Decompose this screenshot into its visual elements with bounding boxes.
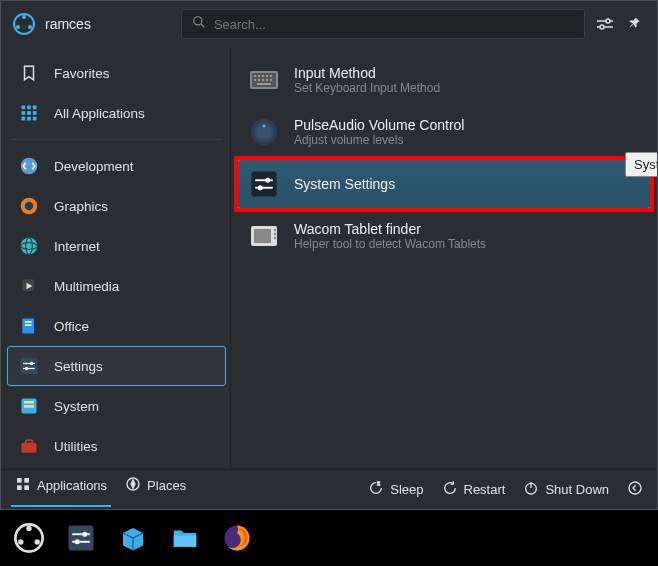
svg-rect-76 — [17, 485, 22, 490]
app-item-wacom[interactable]: Wacom Tablet finder Helper tool to detec… — [237, 211, 651, 261]
svg-rect-37 — [24, 405, 34, 408]
sidebar-item-favorites[interactable]: Favorites — [7, 53, 226, 93]
taskbar-files-icon[interactable] — [166, 519, 204, 557]
svg-point-68 — [258, 185, 263, 190]
application-menu: ramces Favorites All Applications Develo… — [0, 0, 658, 510]
multimedia-icon — [18, 275, 40, 297]
action-label: Sleep — [390, 482, 423, 497]
app-texts: Wacom Tablet finder Helper tool to detec… — [294, 221, 486, 251]
svg-point-72 — [274, 233, 276, 235]
tab-label: Places — [147, 478, 186, 493]
svg-point-66 — [265, 178, 270, 183]
shutdown-button[interactable]: Shut Down — [519, 476, 613, 503]
app-texts: Input Method Set Keyboard Input Method — [294, 65, 440, 95]
tooltip: System Settings — [625, 152, 657, 177]
search-icon — [192, 15, 206, 33]
svg-point-2 — [16, 25, 20, 29]
svg-rect-36 — [24, 401, 34, 404]
tab-applications[interactable]: Applications — [11, 472, 111, 507]
svg-point-9 — [600, 25, 604, 29]
settings-sliders-icon — [18, 355, 40, 377]
app-texts: System Settings — [294, 176, 395, 192]
sidebar-item-label: Graphics — [54, 199, 108, 214]
globe-icon — [18, 235, 40, 257]
pin-icon[interactable] — [625, 14, 645, 34]
svg-point-71 — [274, 229, 276, 231]
svg-point-63 — [263, 125, 266, 128]
sleep-button[interactable]: z Sleep — [364, 476, 427, 503]
svg-rect-88 — [69, 526, 94, 551]
sidebar-item-label: Multimedia — [54, 279, 119, 294]
app-subtitle: Helper tool to detect Wacom Tablets — [294, 237, 486, 251]
sidebar-item-graphics[interactable]: Graphics — [7, 186, 226, 226]
sidebar-item-internet[interactable]: Internet — [7, 226, 226, 266]
search-field[interactable] — [214, 17, 574, 32]
app-item-system-settings[interactable]: System Settings — [237, 159, 651, 209]
svg-point-87 — [34, 539, 39, 544]
volume-dial-icon — [248, 116, 280, 148]
sidebar-item-utilities[interactable]: Utilities — [7, 426, 226, 466]
sidebar-item-multimedia[interactable]: Multimedia — [7, 266, 226, 306]
svg-rect-30 — [21, 358, 38, 375]
username-label: ramces — [45, 16, 91, 32]
svg-point-92 — [75, 539, 80, 544]
sidebar-item-all-applications[interactable]: All Applications — [7, 93, 226, 133]
app-item-input-method[interactable]: Input Method Set Keyboard Input Method — [237, 55, 651, 105]
svg-point-73 — [274, 237, 276, 239]
tab-label: Applications — [37, 478, 107, 493]
taskbar — [0, 510, 658, 566]
leave-icon-button[interactable] — [623, 476, 647, 503]
app-launcher-icon[interactable] — [10, 519, 48, 557]
svg-rect-59 — [257, 83, 271, 85]
power-icon — [523, 480, 539, 499]
sidebar-item-label: Office — [54, 319, 89, 334]
keyboard-icon — [248, 64, 280, 96]
svg-point-86 — [18, 539, 23, 544]
svg-rect-55 — [258, 79, 260, 81]
svg-rect-13 — [22, 111, 26, 115]
app-texts: PulseAudio Volume Control Adjust volume … — [294, 117, 464, 147]
search-input[interactable] — [181, 9, 585, 39]
svg-rect-58 — [270, 79, 272, 81]
svg-rect-56 — [262, 79, 264, 81]
svg-rect-64 — [252, 172, 277, 197]
sidebar-item-label: Internet — [54, 239, 100, 254]
development-icon — [18, 155, 40, 177]
sidebar-item-office[interactable]: Office — [7, 306, 226, 346]
taskbar-firefox-icon[interactable] — [218, 519, 256, 557]
menu-footer: Applications Places z Sleep Restart Shut… — [1, 469, 657, 509]
svg-rect-18 — [33, 117, 37, 121]
svg-point-21 — [25, 202, 33, 210]
action-label: Restart — [464, 482, 506, 497]
sidebar-item-settings[interactable]: Settings — [7, 346, 226, 386]
sidebar-item-label: All Applications — [54, 106, 145, 121]
menu-header: ramces — [1, 1, 657, 47]
sidebar-item-development[interactable]: Development — [7, 146, 226, 186]
svg-point-90 — [82, 532, 87, 537]
svg-rect-70 — [254, 229, 271, 243]
svg-point-3 — [28, 25, 32, 29]
svg-rect-29 — [25, 324, 32, 326]
svg-rect-10 — [22, 106, 26, 110]
svg-rect-50 — [258, 75, 260, 77]
svg-rect-75 — [24, 478, 29, 483]
svg-text:z: z — [378, 480, 381, 486]
sidebar-item-label: Utilities — [54, 439, 98, 454]
tab-places[interactable]: Places — [121, 472, 190, 507]
settings-icon[interactable] — [595, 14, 615, 34]
menu-body: Favorites All Applications Development G… — [1, 47, 657, 469]
svg-rect-77 — [24, 485, 29, 490]
office-icon — [18, 315, 40, 337]
sidebar-item-system[interactable]: System — [7, 386, 226, 426]
app-title: Input Method — [294, 65, 440, 81]
svg-point-1 — [22, 15, 26, 19]
svg-rect-15 — [33, 111, 37, 115]
taskbar-discover-icon[interactable] — [114, 519, 152, 557]
bookmark-icon — [18, 62, 40, 84]
restart-button[interactable]: Restart — [438, 476, 510, 503]
app-item-pulseaudio[interactable]: PulseAudio Volume Control Adjust volume … — [237, 107, 651, 157]
grid-icon — [18, 102, 40, 124]
svg-point-22 — [21, 238, 38, 255]
app-list: Input Method Set Keyboard Input Method P… — [231, 47, 657, 469]
taskbar-system-settings-icon[interactable] — [62, 519, 100, 557]
